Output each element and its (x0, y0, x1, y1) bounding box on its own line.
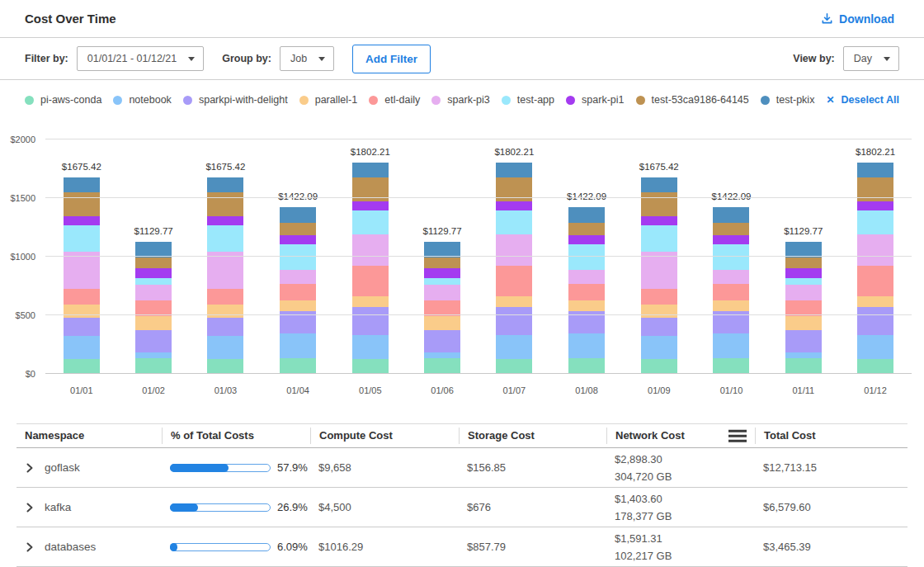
bar-segment-parallel-1[interactable] (135, 316, 172, 329)
bar-segment-test-pkix[interactable] (496, 163, 532, 177)
bar-segment-test-app[interactable] (424, 278, 460, 284)
bar-segment-pi-aws-conda[interactable] (135, 358, 172, 374)
namespace-cell[interactable]: goflask (16, 461, 162, 474)
bar-stack[interactable] (496, 163, 532, 374)
bar-segment-parallel-1[interactable] (568, 300, 605, 311)
bar-stack[interactable] (568, 207, 605, 374)
bar-segment-spark-pi3[interactable] (641, 252, 677, 289)
bar-segment-spark-pi1[interactable] (785, 268, 822, 278)
bar-segment-etl-daily[interactable] (568, 284, 605, 300)
bar-segment-spark-pi1[interactable] (424, 268, 460, 278)
bar-segment-spark-pi3[interactable] (280, 270, 316, 284)
bar-segment-notebook[interactable] (857, 335, 893, 359)
bar-segment-parallel-1[interactable] (857, 296, 893, 306)
bar-segment-spark-pi3[interactable] (424, 285, 460, 300)
bar-segment-pi-aws-conda[interactable] (713, 358, 749, 374)
bar-segment-etl-daily[interactable] (857, 266, 893, 296)
bar-segment-test-pkix[interactable] (641, 177, 677, 191)
table-row-databases[interactable]: databases6.09%$1016.29$857.79$1,591.3110… (16, 527, 908, 567)
column-header--of-total-costs[interactable]: % of Total Costs (162, 428, 310, 444)
bar-segment-notebook[interactable] (280, 333, 316, 358)
bar-segment-test-app[interactable] (785, 278, 822, 284)
bar-segment-notebook[interactable] (568, 333, 605, 358)
bar-segment-spark-pi3[interactable] (785, 285, 822, 300)
bar-segment-notebook[interactable] (207, 336, 243, 359)
bar-segment-parallel-1[interactable] (424, 316, 460, 329)
bar-segment-notebook[interactable] (424, 352, 460, 359)
column-header-compute-cost[interactable]: Compute Cost (310, 428, 459, 444)
bar-segment-etl-daily[interactable] (64, 289, 100, 305)
expand-chevron-icon[interactable] (25, 463, 35, 473)
bar-segment-sparkpi-with-delight[interactable] (785, 330, 822, 352)
bar-stack[interactable] (713, 207, 749, 374)
bar-segment-notebook[interactable] (713, 333, 749, 358)
column-header-network-cost[interactable]: Network Cost (606, 428, 755, 444)
bar-segment-test-app[interactable] (280, 244, 316, 270)
bar-segment-test-app[interactable] (641, 225, 677, 252)
bar-segment-spark-pi3[interactable] (568, 270, 605, 284)
bar-segment-spark-pi1[interactable] (568, 235, 605, 243)
bar-segment-etl-daily[interactable] (352, 266, 389, 296)
table-row-kafka[interactable]: kafka26.9%$4,500$676$1,403.60178,377 GB$… (16, 488, 908, 527)
bar-segment-test-app[interactable] (352, 210, 389, 234)
deselect-all-button[interactable]: ✕ Deselect All (826, 94, 898, 106)
bar-segment-notebook[interactable] (785, 352, 822, 359)
bar-segment-sparkpi-with-delight[interactable] (641, 318, 677, 337)
column-header-namespace[interactable]: Namespace (16, 428, 162, 444)
bar-segment-etl-daily[interactable] (713, 284, 749, 300)
bar-stack[interactable] (64, 177, 100, 374)
add-filter-button[interactable]: Add Filter (352, 45, 431, 73)
download-button[interactable]: Download (816, 12, 899, 26)
bar-segment-sparkpi-with-delight[interactable] (64, 318, 100, 337)
bar-segment-sparkpi-with-delight[interactable] (207, 318, 243, 337)
bar-segment-spark-pi3[interactable] (496, 234, 532, 266)
bar-segment-test-pkix[interactable] (352, 163, 389, 177)
legend-item-spark-pi1[interactable]: spark-pi1 (566, 94, 624, 106)
bar-segment-etl-daily[interactable] (496, 266, 532, 296)
bar-segment-spark-pi1[interactable] (280, 235, 316, 243)
expand-chevron-icon[interactable] (25, 542, 35, 552)
bar-segment-test-53ca9186-64145[interactable] (785, 258, 822, 267)
legend-item-pi-aws-conda[interactable]: pi-aws-conda (25, 94, 101, 106)
bar-segment-test-53ca9186-64145[interactable] (641, 192, 677, 216)
legend-item-test-pkix[interactable]: test-pkix (761, 94, 815, 106)
bar-segment-test-53ca9186-64145[interactable] (135, 258, 172, 267)
bar-segment-test-53ca9186-64145[interactable] (64, 192, 100, 216)
bar-segment-test-app[interactable] (135, 278, 172, 284)
bar-segment-pi-aws-conda[interactable] (785, 358, 822, 374)
bar-segment-pi-aws-conda[interactable] (496, 359, 532, 374)
legend-item-sparkpi-with-delight[interactable]: sparkpi-with-delight (183, 94, 288, 106)
bar-segment-parallel-1[interactable] (352, 296, 389, 306)
bar-segment-spark-pi1[interactable] (64, 216, 100, 225)
bar-segment-spark-pi1[interactable] (857, 201, 893, 210)
bar-segment-sparkpi-with-delight[interactable] (135, 330, 172, 352)
bar-segment-pi-aws-conda[interactable] (352, 359, 389, 374)
bar-segment-pi-aws-conda[interactable] (857, 359, 893, 374)
bar-segment-test-app[interactable] (713, 244, 749, 270)
bar-segment-etl-daily[interactable] (207, 289, 243, 305)
bar-segment-etl-daily[interactable] (641, 289, 677, 305)
bar-segment-spark-pi1[interactable] (135, 268, 172, 278)
bar-segment-parallel-1[interactable] (496, 296, 532, 306)
bar-segment-test-53ca9186-64145[interactable] (568, 223, 605, 236)
legend-item-parallel-1[interactable]: parallel-1 (299, 94, 357, 106)
bar-segment-test-pkix[interactable] (64, 177, 100, 191)
expand-chevron-icon[interactable] (25, 503, 35, 513)
bar-stack[interactable] (424, 242, 460, 374)
legend-item-etl-daily[interactable]: etl-daily (369, 94, 420, 106)
bar-segment-test-53ca9186-64145[interactable] (713, 223, 749, 236)
legend-item-test-53ca9186-64145[interactable]: test-53ca9186-64145 (636, 94, 749, 106)
bar-segment-parallel-1[interactable] (207, 305, 243, 318)
bar-segment-parallel-1[interactable] (64, 305, 100, 318)
bar-segment-pi-aws-conda[interactable] (64, 359, 100, 374)
bar-segment-parallel-1[interactable] (713, 300, 749, 311)
view-by-select[interactable]: Day (843, 46, 899, 71)
bar-segment-pi-aws-conda[interactable] (207, 359, 243, 374)
bar-segment-test-app[interactable] (857, 210, 893, 234)
bar-segment-notebook[interactable] (64, 336, 100, 359)
bar-segment-sparkpi-with-delight[interactable] (496, 307, 532, 335)
legend-item-spark-pi3[interactable]: spark-pi3 (431, 94, 489, 106)
legend-item-test-app[interactable]: test-app (502, 94, 554, 106)
bar-segment-test-app[interactable] (64, 225, 100, 252)
bar-segment-test-pkix[interactable] (857, 163, 893, 177)
